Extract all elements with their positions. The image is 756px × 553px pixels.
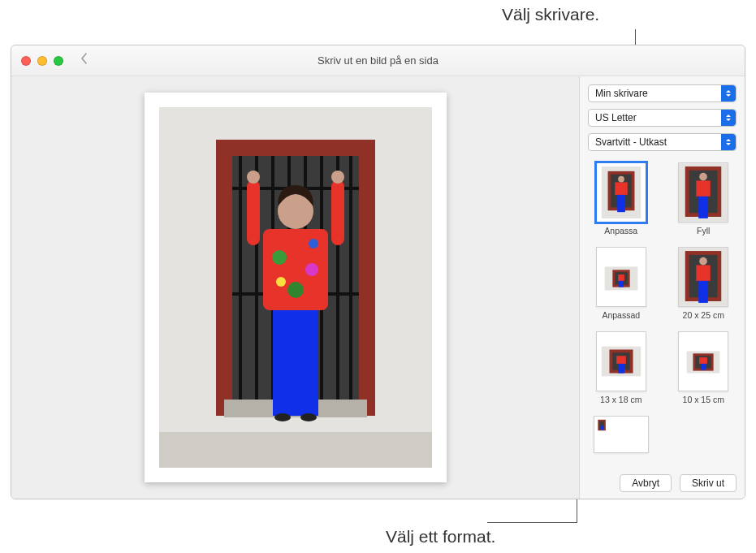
preview-photo	[159, 107, 432, 468]
print-options-sidebar: Min skrivare US Letter Svartvitt - Utkas…	[579, 76, 745, 499]
format-option-fyll[interactable]: Fyll	[674, 162, 734, 235]
format-label: 20 x 25 cm	[683, 310, 724, 320]
svg-point-53	[699, 257, 707, 266]
format-option-10x15[interactable]: 10 x 15 cm	[674, 331, 734, 404]
format-thumb	[678, 331, 728, 391]
paper-size-select[interactable]: US Letter	[588, 109, 737, 127]
titlebar: Skriv ut en bild på en sida	[11, 45, 745, 76]
svg-point-27	[274, 413, 291, 421]
svg-rect-39	[698, 193, 708, 218]
window-title: Skriv ut en bild på en sida	[11, 54, 745, 67]
window-controls	[21, 56, 63, 66]
print-dialog-window: Skriv ut en bild på en sida	[11, 45, 745, 499]
format-option-contact[interactable]	[591, 416, 651, 456]
print-mode-select[interactable]: Svartvitt - Utkast	[588, 133, 737, 151]
print-preview-area	[11, 76, 579, 499]
svg-rect-34	[615, 182, 627, 194]
svg-point-20	[276, 277, 286, 287]
svg-point-41	[699, 173, 707, 181]
format-thumb	[594, 416, 649, 453]
svg-point-21	[309, 239, 318, 248]
format-option-anpassa[interactable]: Anpassa	[591, 162, 651, 235]
svg-rect-40	[697, 180, 711, 196]
svg-rect-15	[273, 302, 318, 416]
callout-choose-printer: Välj skrivare.	[502, 5, 599, 24]
preview-page	[145, 93, 447, 482]
dialog-buttons: Avbryt Skriv ut	[588, 471, 737, 492]
svg-rect-58	[618, 362, 624, 374]
format-grid: Anpassa Fyll Anpassad	[588, 161, 737, 464]
svg-point-18	[305, 263, 318, 276]
close-window-button[interactable]	[21, 56, 31, 66]
svg-rect-47	[618, 274, 624, 281]
format-thumb	[678, 247, 728, 307]
callout-line	[487, 522, 577, 523]
dropdown-arrows-icon	[721, 134, 736, 150]
zoom-window-button[interactable]	[54, 56, 63, 66]
format-option-20x25[interactable]: 20 x 25 cm	[674, 247, 734, 320]
callout-choose-format: Välj ett format.	[386, 527, 495, 547]
svg-rect-51	[698, 278, 708, 303]
print-mode-value: Svartvitt - Utkast	[595, 136, 667, 148]
svg-point-26	[331, 171, 344, 184]
format-option-13x18[interactable]: 13 x 18 cm	[591, 331, 651, 404]
format-thumb	[678, 162, 728, 222]
svg-point-28	[300, 413, 317, 421]
format-thumb	[596, 331, 646, 391]
paper-size-value: US Letter	[595, 112, 637, 123]
svg-rect-24	[331, 180, 344, 245]
print-button[interactable]: Skriv ut	[680, 474, 737, 492]
dropdown-arrows-icon	[721, 85, 736, 102]
svg-point-35	[618, 176, 624, 183]
minimize-window-button[interactable]	[37, 56, 47, 66]
format-label: Anpassad	[602, 310, 640, 320]
format-label: Anpassa	[604, 226, 637, 235]
printer-select-value: Min skrivare	[595, 88, 648, 99]
svg-rect-1	[159, 432, 432, 468]
svg-point-19	[287, 282, 304, 298]
svg-point-17	[272, 250, 287, 265]
format-label: 13 x 18 cm	[600, 395, 642, 404]
back-button[interactable]	[80, 52, 89, 69]
format-option-anpassad[interactable]: Anpassad	[591, 247, 651, 320]
format-thumb	[596, 247, 646, 307]
cancel-button[interactable]: Avbryt	[620, 474, 672, 492]
svg-rect-52	[697, 265, 711, 280]
format-label: Fyll	[697, 226, 710, 235]
svg-rect-65	[699, 357, 707, 364]
printer-select[interactable]: Min skrivare	[588, 84, 737, 102]
format-thumb	[596, 162, 646, 222]
svg-rect-23	[247, 180, 260, 245]
dropdown-arrows-icon	[721, 110, 736, 126]
svg-rect-59	[616, 356, 626, 364]
content-area: Min skrivare US Letter Svartvitt - Utkas…	[11, 76, 745, 499]
svg-point-25	[247, 171, 260, 184]
format-label: 10 x 15 cm	[683, 395, 724, 404]
svg-rect-69	[600, 426, 603, 430]
